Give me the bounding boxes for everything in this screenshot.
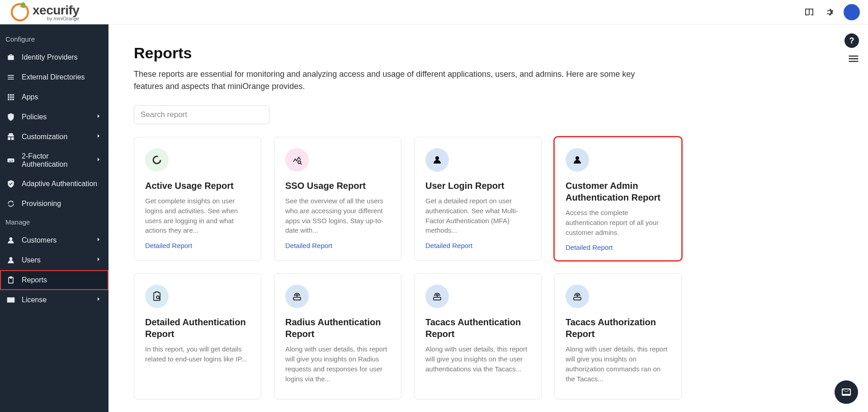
sidebar-item-label: 2-Factor Authentication — [22, 152, 89, 169]
briefcase-icon — [6, 53, 15, 62]
person-icon — [425, 148, 449, 172]
card-title: Active Usage Report — [145, 180, 250, 192]
person-icon — [566, 148, 589, 172]
report-card[interactable]: Tacacs Authorization ReportAlong with us… — [554, 273, 682, 399]
svg-point-4 — [156, 296, 159, 299]
mail-button[interactable] — [835, 380, 858, 404]
list-icon — [6, 73, 15, 82]
sidebar-item-provisioning[interactable]: Provisioning — [0, 194, 108, 214]
card-description: Get complete insights on user logins and… — [145, 196, 250, 235]
card-title: Customer Admin Authentication Report — [566, 180, 670, 203]
sidebar-item-label: Customers — [22, 236, 57, 244]
card-description: See the overview of all the users who ar… — [285, 196, 390, 235]
detailed-report-link[interactable]: Detailed Report — [566, 243, 670, 251]
sidebar-item-adaptive-authentication[interactable]: Adaptive Authentication — [0, 174, 108, 194]
sidebar-item-label: Provisioning — [22, 200, 61, 208]
sidebar-item-identity-providers[interactable]: Identity Providers — [0, 47, 108, 67]
person-icon — [6, 236, 15, 245]
svg-point-2 — [153, 156, 160, 164]
report-card[interactable]: Radius Authentication ReportAlong with u… — [274, 273, 401, 399]
card-title: Detailed Authentication Report — [145, 316, 250, 340]
card-description: Along with user details, this report wil… — [425, 344, 530, 374]
sidebar-item-reports[interactable]: Reports — [0, 270, 108, 290]
router-icon — [285, 285, 309, 308]
main-content: Reports These reports are essential for … — [108, 24, 868, 412]
top-header: xecurify by miniOrange — [0, 0, 868, 24]
gift-icon — [6, 132, 15, 141]
activity-icon — [145, 148, 169, 172]
chevron-right-icon — [95, 112, 102, 122]
card-description: In this report, you will get details rel… — [145, 344, 250, 364]
chevron-right-icon — [95, 295, 102, 304]
detailed-report-link[interactable]: Detailed Report — [285, 242, 390, 249]
sidebar-item-users[interactable]: Users — [0, 250, 108, 270]
book-icon[interactable] — [804, 7, 815, 18]
card-title: Tacacs Authentication Report — [425, 316, 530, 340]
sidebar-item-customers[interactable]: Customers — [0, 230, 108, 250]
report-card[interactable]: Active Usage ReportGet complete insights… — [134, 137, 261, 261]
sidebar: ConfigureIdentity ProvidersExternal Dire… — [0, 24, 108, 412]
search-input[interactable] — [134, 105, 269, 124]
page-title: Reports — [134, 44, 818, 62]
sidebar-item-label: Customization — [22, 133, 67, 141]
header-actions — [804, 4, 860, 20]
card-title: SSO Usage Report — [285, 180, 390, 192]
card-title: Radius Authentication Report — [285, 316, 390, 340]
logo-mark — [11, 3, 29, 21]
shield-check-icon — [6, 179, 15, 188]
logo-text: xecurify by miniOrange — [33, 3, 79, 21]
report-card[interactable]: SSO Usage ReportSee the overview of all … — [274, 137, 401, 261]
chevron-right-icon — [95, 132, 102, 141]
clipboard-icon — [6, 276, 15, 285]
sidebar-item-label: Reports — [22, 276, 47, 284]
sidebar-item-label: Apps — [22, 93, 38, 101]
router-icon — [425, 285, 449, 308]
card-title: Tacacs Authorization Report — [566, 316, 670, 340]
sidebar-item-label: External Directories — [22, 73, 85, 81]
sidebar-item-label: License — [22, 296, 47, 304]
report-card[interactable]: Detailed Authentication ReportIn this re… — [134, 273, 261, 399]
sidebar-item-apps[interactable]: Apps — [0, 87, 108, 107]
detailed-report-link[interactable]: Detailed Report — [145, 242, 250, 249]
nav-section-title: Manage — [0, 214, 108, 230]
sync-icon — [6, 199, 15, 208]
badge123-icon: 123 — [6, 156, 15, 165]
sidebar-item-external-directories[interactable]: External Directories — [0, 67, 108, 87]
card-description: Get a detailed report on user authentica… — [425, 196, 530, 235]
page-description: These reports are essential for monitori… — [134, 68, 658, 93]
clipboard-search-icon — [145, 285, 169, 308]
card-description: Along with user details, this report wil… — [566, 344, 670, 384]
chevron-right-icon — [95, 236, 102, 245]
gear-icon[interactable] — [824, 7, 835, 18]
sidebar-item-label: Adaptive Authentication — [22, 180, 97, 188]
report-card[interactable]: Customer Admin Authentication ReportAcce… — [554, 137, 682, 261]
shield-icon — [6, 112, 15, 122]
card-description: Along with user details, this report wil… — [285, 344, 390, 384]
chart-search-icon — [285, 148, 309, 172]
person-icon — [6, 256, 15, 265]
detailed-report-link[interactable]: Detailed Report — [425, 242, 530, 249]
chevron-right-icon — [95, 256, 102, 265]
sidebar-item-label: Users — [22, 256, 41, 264]
report-card[interactable]: User Login ReportGet a detailed report o… — [414, 137, 542, 261]
sidebar-item-policies[interactable]: Policies — [0, 107, 108, 127]
sidebar-item-customization[interactable]: Customization — [0, 127, 108, 147]
sidebar-item-label: Identity Providers — [22, 53, 78, 61]
router-icon — [566, 285, 589, 308]
brand-byline: by miniOrange — [33, 16, 79, 21]
avatar[interactable] — [844, 4, 860, 20]
sidebar-item-2-factor-authentication[interactable]: 1232-Factor Authentication — [0, 147, 108, 174]
grid-icon — [6, 93, 15, 102]
hamburger-icon[interactable] — [847, 52, 860, 67]
report-cards-grid: Active Usage ReportGet complete insights… — [134, 137, 818, 399]
card-title: User Login Report — [425, 180, 530, 192]
nav-section-title: Configure — [0, 31, 108, 47]
brand-logo[interactable]: xecurify by miniOrange — [11, 3, 79, 21]
chevron-right-icon — [95, 156, 102, 165]
card-icon — [6, 295, 15, 304]
card-description: Access the complete authentication repor… — [566, 208, 670, 237]
svg-text:123: 123 — [9, 159, 13, 162]
report-card[interactable]: Tacacs Authentication ReportAlong with u… — [414, 273, 542, 399]
help-button[interactable]: ? — [844, 33, 859, 48]
sidebar-item-license[interactable]: License — [0, 290, 108, 310]
